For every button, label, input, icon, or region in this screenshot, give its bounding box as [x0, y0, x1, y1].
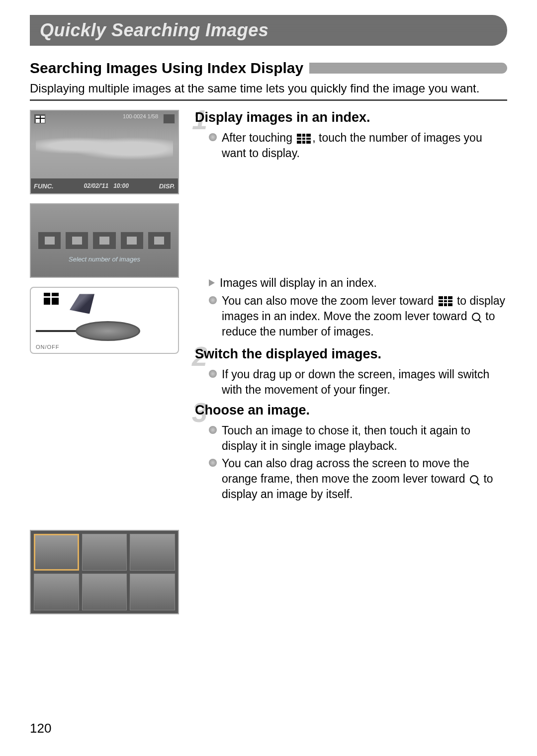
index-thumbnail: [130, 534, 175, 571]
arrow-icon: [70, 294, 94, 314]
screenshot-select-number: Select number of images: [30, 203, 179, 278]
diagram-zoom-lever: ON/OFF: [30, 287, 179, 354]
divider: [30, 99, 507, 101]
image-counter: 100-0024 1/58: [123, 114, 158, 119]
bullet-icon: [209, 370, 217, 378]
bullet-icon: [209, 296, 217, 304]
bullet-icon: [209, 459, 217, 467]
step-title: Display images in an index.: [195, 110, 507, 125]
grid-option-4: [120, 232, 144, 250]
onoff-label: ON/OFF: [36, 344, 60, 350]
disp-label: DISP.: [159, 182, 175, 190]
grid-option-1: [38, 232, 61, 250]
step-1-continued: Images will display in an index. You can…: [195, 275, 507, 339]
bullet-icon: [209, 133, 217, 141]
zoom-lever-icon: [76, 321, 140, 341]
bullet-item: You can also drag across the screen to m…: [209, 456, 507, 502]
step-1: 1 Display images in an index. After touc…: [195, 110, 507, 161]
func-label: FUNC.: [34, 182, 54, 190]
index-grid-icon: [297, 134, 311, 144]
index-icon: [44, 293, 59, 305]
content-grid: 100-0024 1/58 FUNC. 02/02/'11 10:00 DISP…: [30, 110, 507, 614]
section-heading-row: Searching Images Using Index Display: [30, 60, 507, 77]
magnify-icon: [472, 313, 481, 322]
intro-paragraph: Displaying multiple images at the same t…: [30, 81, 507, 96]
magnify-icon: [470, 475, 479, 484]
bullet-icon: [209, 426, 217, 434]
step-3: 3 Choose an image. Touch an image to cho…: [195, 403, 507, 502]
left-column: 100-0024 1/58 FUNC. 02/02/'11 10:00 DISP…: [30, 110, 179, 614]
bullet-item: After touching , touch the number of ima…: [209, 130, 507, 161]
screenshot-index-grid: 1/58: [30, 530, 179, 614]
index-thumbnail: [34, 574, 79, 610]
index-thumbnail: [82, 574, 127, 610]
arrow-bullet-icon: [209, 279, 215, 286]
date-label: 02/02/'11: [84, 182, 109, 189]
index-thumbnail: [82, 534, 127, 571]
section-heading: Searching Images Using Index Display: [30, 60, 303, 77]
index-icon: [34, 114, 46, 124]
page-number: 120: [30, 721, 51, 736]
index-thumbnail-selected: [34, 534, 79, 571]
page-title-bar: Quickly Searching Images: [30, 15, 507, 46]
section-heading-decor: [309, 63, 507, 74]
index-grid-icon: [439, 296, 452, 306]
overlay-icon: [163, 114, 175, 124]
page-title: Quickly Searching Images: [40, 20, 497, 41]
bullet-item: You can also move the zoom lever toward …: [209, 293, 507, 339]
steps-column: 1 Display images in an index. After touc…: [195, 110, 507, 614]
select-number-label: Select number of images: [31, 255, 178, 263]
grid-option-5: [148, 232, 171, 250]
step-title: Choose an image.: [195, 403, 507, 418]
bullet-item: Images will display in an index.: [209, 275, 507, 291]
grid-option-3: [92, 232, 116, 250]
index-thumbnail: [130, 574, 175, 610]
bullet-item: If you drag up or down the screen, image…: [209, 367, 507, 398]
step-title: Switch the displayed images.: [195, 346, 507, 362]
grid-option-2: [65, 232, 89, 250]
time-label: 10:00: [113, 182, 129, 189]
step-2: 2 Switch the displayed images. If you dr…: [195, 346, 507, 398]
screenshot-single-playback: 100-0024 1/58 FUNC. 02/02/'11 10:00 DISP…: [30, 110, 179, 194]
bullet-item: Touch an image to chose it, then touch i…: [209, 423, 507, 454]
